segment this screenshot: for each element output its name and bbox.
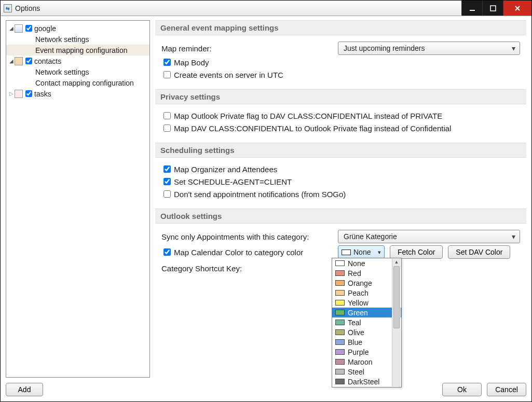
color-option-darksteel[interactable]: DarkSteel	[332, 377, 401, 386]
color-option-label: None	[348, 259, 365, 268]
color-option-red[interactable]: Red	[332, 268, 401, 278]
profile-tree[interactable]: ◢ google Network settings Event mapping …	[6, 20, 150, 378]
color-option-label: Maroon	[348, 358, 372, 366]
sched-opt3-checkbox[interactable]: Don't send appointment notifications (fr…	[161, 189, 346, 199]
section-header-scheduling: Scheduling settings	[155, 143, 526, 158]
color-option-maroon[interactable]: Maroon	[332, 357, 401, 367]
color-option-label: Teal	[348, 318, 361, 327]
maximize-button[interactable]	[482, 1, 503, 16]
ok-button[interactable]: Ok	[442, 383, 482, 396]
color-option-yellow[interactable]: Yellow	[332, 298, 401, 308]
utc-checkbox[interactable]: Create events on server in UTC	[161, 70, 283, 80]
color-swatch-icon	[335, 300, 345, 306]
tree-item-network[interactable]: Network settings	[6, 34, 149, 45]
tree-item-network[interactable]: Network settings	[6, 66, 149, 77]
color-swatch-icon	[335, 320, 345, 325]
color-swatch-icon	[335, 310, 345, 315]
tree-item-eventmapping[interactable]: Event mapping configuration	[6, 45, 149, 56]
color-option-label: DarkSteel	[348, 378, 379, 386]
color-option-label: Blue	[348, 338, 362, 346]
cancel-button[interactable]: Cancel	[487, 383, 526, 396]
contacts-icon	[15, 57, 23, 65]
color-option-blue[interactable]: Blue	[332, 337, 401, 347]
color-option-label: Red	[348, 269, 361, 278]
color-swatch-icon	[335, 349, 345, 355]
tree-label: google	[34, 24, 56, 33]
fetch-color-button[interactable]: Fetch Color	[390, 245, 443, 259]
sync-category-label: Sync only Appointments with this categor…	[161, 232, 338, 241]
color-swatch-icon	[335, 359, 345, 365]
color-option-peach[interactable]: Peach	[332, 288, 401, 298]
color-option-green[interactable]: Green	[332, 308, 401, 317]
color-swatch-icon	[335, 260, 345, 266]
color-option-label: Yellow	[348, 299, 369, 307]
color-option-label: Steel	[348, 368, 364, 376]
expander-icon[interactable]: ◢	[8, 58, 15, 64]
color-swatch-icon	[335, 369, 345, 375]
tree-node-tasks[interactable]: ▷ tasks	[6, 88, 149, 99]
color-option-label: Peach	[348, 289, 369, 297]
calendar-icon	[15, 24, 23, 33]
color-option-steel[interactable]: Steel	[332, 367, 401, 377]
color-dropdown-button[interactable]: None	[338, 245, 385, 259]
set-dav-color-button[interactable]: Set DAV Color	[448, 245, 510, 259]
titlebar[interactable]: ⇆ Options	[1, 1, 531, 16]
section-header-outlook: Outlook settings	[155, 209, 526, 224]
svg-rect-0	[470, 10, 475, 11]
color-option-label: Orange	[348, 279, 372, 287]
privacy-opt1-checkbox[interactable]: Map Outlook Private flag to DAV CLASS:CO…	[161, 110, 442, 121]
scrollbar[interactable]	[392, 259, 401, 386]
color-swatch-icon	[335, 339, 345, 345]
color-swatch-icon	[335, 270, 345, 276]
tree-item-contactmapping[interactable]: Contact mapping configuration	[6, 77, 149, 88]
svg-rect-1	[490, 6, 496, 11]
color-dropdown-list[interactable]: NoneRedOrangePeachYellowGreenTealOliveBl…	[332, 258, 402, 387]
add-button[interactable]: Add	[6, 383, 43, 396]
color-swatch-icon	[335, 329, 345, 335]
tasks-icon	[15, 90, 23, 98]
color-option-none[interactable]: None	[332, 258, 401, 268]
map-color-checkbox[interactable]: Map Calendar Color to category color	[161, 247, 338, 257]
options-window: ⇆ Options ◢ google Network settings Even…	[0, 0, 532, 402]
tree-label: contacts	[34, 57, 61, 65]
map-body-checkbox[interactable]: Map Body	[161, 57, 209, 67]
privacy-opt2-checkbox[interactable]: Map DAV CLASS:CONFIDENTIAL to Outlook Pr…	[161, 123, 451, 133]
tree-label: tasks	[34, 90, 51, 98]
color-option-teal[interactable]: Teal	[332, 317, 401, 327]
color-option-olive[interactable]: Olive	[332, 327, 401, 337]
color-option-purple[interactable]: Purple	[332, 347, 401, 357]
sync-category-select[interactable]: Grüne Kategorie	[338, 230, 520, 243]
sched-opt1-checkbox[interactable]: Map Organizer and Attendees	[161, 164, 277, 174]
color-swatch-icon	[335, 290, 345, 296]
section-header-privacy: Privacy settings	[155, 89, 526, 104]
tasks-checkbox[interactable]	[25, 90, 32, 97]
color-option-label: Purple	[348, 348, 369, 356]
map-reminder-label: Map reminder:	[161, 44, 338, 53]
tree-node-google[interactable]: ◢ google	[6, 23, 149, 34]
color-swatch-icon	[335, 280, 345, 286]
app-icon: ⇆	[4, 4, 12, 12]
color-swatch-icon	[335, 379, 345, 384]
expander-icon[interactable]: ◢	[8, 25, 15, 31]
minimize-button[interactable]	[461, 1, 482, 16]
scrollbar-thumb[interactable]	[393, 266, 400, 328]
close-button[interactable]	[503, 1, 531, 16]
expander-icon[interactable]: ▷	[8, 91, 15, 96]
contacts-checkbox[interactable]	[25, 58, 32, 64]
settings-panel: General event mapping settings Map remin…	[155, 20, 526, 378]
tree-node-contacts[interactable]: ◢ contacts	[6, 56, 149, 66]
map-reminder-select[interactable]: Just upcoming reminders	[338, 41, 520, 55]
color-option-label: Green	[348, 309, 368, 317]
shortcut-key-label: Category Shortcut Key:	[161, 264, 242, 273]
section-header-general: General event mapping settings	[155, 20, 526, 35]
google-checkbox[interactable]	[25, 25, 32, 32]
color-swatch-icon	[342, 249, 351, 255]
color-option-orange[interactable]: Orange	[332, 278, 401, 288]
sched-opt2-checkbox[interactable]: Set SCHEDULE-AGENT=CLIENT	[161, 176, 292, 187]
window-title: Options	[15, 4, 40, 12]
color-option-label: Olive	[348, 328, 364, 337]
